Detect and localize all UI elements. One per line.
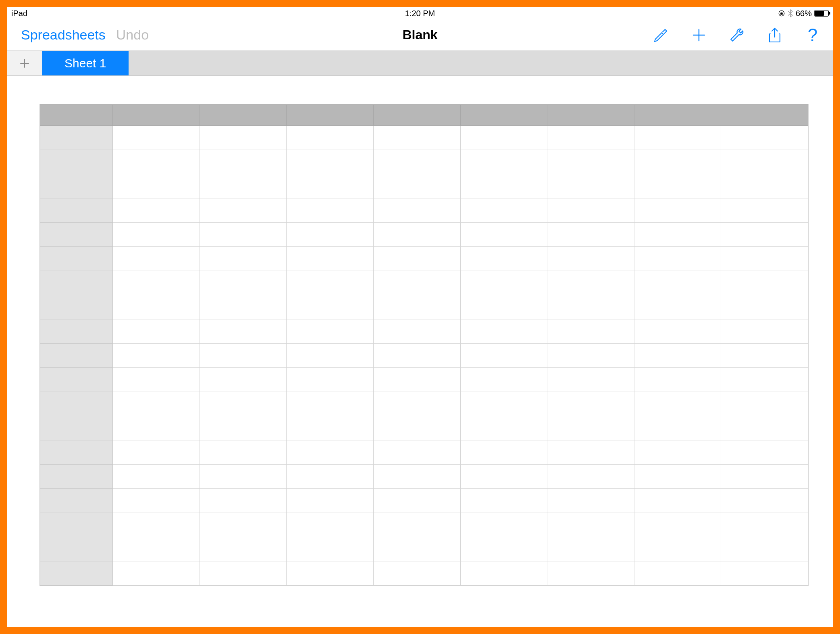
column-header[interactable] xyxy=(113,105,200,126)
back-button[interactable]: Spreadsheets xyxy=(21,27,106,43)
cell[interactable] xyxy=(721,513,808,537)
cell[interactable] xyxy=(373,319,460,344)
cell[interactable] xyxy=(460,513,547,537)
cell[interactable] xyxy=(721,247,808,271)
cell[interactable] xyxy=(113,392,200,416)
cell[interactable] xyxy=(287,150,374,174)
cell[interactable] xyxy=(287,198,374,223)
row-header[interactable] xyxy=(40,126,113,150)
cell[interactable] xyxy=(373,440,460,465)
cell[interactable] xyxy=(634,537,721,561)
column-header[interactable] xyxy=(547,105,634,126)
cell[interactable] xyxy=(721,223,808,247)
cell[interactable] xyxy=(200,368,287,392)
cell[interactable] xyxy=(460,537,547,561)
cell[interactable] xyxy=(721,295,808,319)
cell[interactable] xyxy=(373,465,460,489)
cell[interactable] xyxy=(721,271,808,295)
column-header[interactable] xyxy=(200,105,287,126)
cell[interactable] xyxy=(287,295,374,319)
row-header[interactable] xyxy=(40,392,113,416)
cell[interactable] xyxy=(113,247,200,271)
cell[interactable] xyxy=(287,271,374,295)
cell[interactable] xyxy=(113,344,200,368)
undo-button[interactable]: Undo xyxy=(116,27,149,43)
cell[interactable] xyxy=(721,489,808,513)
cell[interactable] xyxy=(547,295,634,319)
cell[interactable] xyxy=(200,344,287,368)
row-header[interactable] xyxy=(40,295,113,319)
cell[interactable] xyxy=(287,489,374,513)
cell[interactable] xyxy=(200,537,287,561)
cell[interactable] xyxy=(721,465,808,489)
cell[interactable] xyxy=(547,271,634,295)
cell[interactable] xyxy=(113,368,200,392)
row-header[interactable] xyxy=(40,198,113,223)
cell[interactable] xyxy=(287,513,374,537)
cell[interactable] xyxy=(721,319,808,344)
cell[interactable] xyxy=(634,344,721,368)
cell[interactable] xyxy=(634,392,721,416)
spreadsheet-grid[interactable] xyxy=(40,104,809,586)
cell[interactable] xyxy=(373,247,460,271)
cell[interactable] xyxy=(721,440,808,465)
column-header[interactable] xyxy=(373,105,460,126)
cell[interactable] xyxy=(200,174,287,198)
cell[interactable] xyxy=(634,513,721,537)
cell[interactable] xyxy=(460,489,547,513)
cell[interactable] xyxy=(113,416,200,440)
add-sheet-button[interactable] xyxy=(7,51,42,75)
cell[interactable] xyxy=(721,150,808,174)
cell[interactable] xyxy=(634,223,721,247)
cell[interactable] xyxy=(634,295,721,319)
cell[interactable] xyxy=(200,489,287,513)
cell[interactable] xyxy=(547,247,634,271)
cell[interactable] xyxy=(373,126,460,150)
cell[interactable] xyxy=(200,319,287,344)
cell[interactable] xyxy=(373,150,460,174)
row-header[interactable] xyxy=(40,489,113,513)
cell[interactable] xyxy=(547,561,634,586)
cell[interactable] xyxy=(721,537,808,561)
cell[interactable] xyxy=(634,126,721,150)
cell[interactable] xyxy=(547,223,634,247)
cell[interactable] xyxy=(721,174,808,198)
row-header[interactable] xyxy=(40,344,113,368)
cell[interactable] xyxy=(547,368,634,392)
cell[interactable] xyxy=(547,465,634,489)
cell[interactable] xyxy=(113,126,200,150)
cell[interactable] xyxy=(547,489,634,513)
share-icon[interactable] xyxy=(766,26,784,44)
cell[interactable] xyxy=(287,561,374,586)
cell[interactable] xyxy=(200,561,287,586)
cell[interactable] xyxy=(113,198,200,223)
cell[interactable] xyxy=(287,319,374,344)
row-header[interactable] xyxy=(40,174,113,198)
cell[interactable] xyxy=(113,319,200,344)
cell[interactable] xyxy=(113,174,200,198)
cell[interactable] xyxy=(373,561,460,586)
cell[interactable] xyxy=(460,416,547,440)
cell[interactable] xyxy=(547,513,634,537)
row-header[interactable] xyxy=(40,561,113,586)
cell[interactable] xyxy=(721,126,808,150)
cell[interactable] xyxy=(287,344,374,368)
cell[interactable] xyxy=(460,344,547,368)
column-header[interactable] xyxy=(634,105,721,126)
column-header[interactable] xyxy=(721,105,808,126)
row-header[interactable] xyxy=(40,537,113,561)
cell[interactable] xyxy=(113,223,200,247)
spreadsheet-canvas[interactable] xyxy=(7,76,833,627)
cell[interactable] xyxy=(287,440,374,465)
cell[interactable] xyxy=(200,271,287,295)
cell[interactable] xyxy=(634,440,721,465)
help-icon[interactable]: ? xyxy=(804,26,821,44)
column-header[interactable] xyxy=(460,105,547,126)
wrench-icon[interactable] xyxy=(728,26,746,44)
cell[interactable] xyxy=(460,271,547,295)
cell[interactable] xyxy=(634,561,721,586)
cell[interactable] xyxy=(547,174,634,198)
cell[interactable] xyxy=(287,368,374,392)
sheet-tab-active[interactable]: Sheet 1 xyxy=(42,51,129,75)
add-icon[interactable] xyxy=(690,26,708,44)
